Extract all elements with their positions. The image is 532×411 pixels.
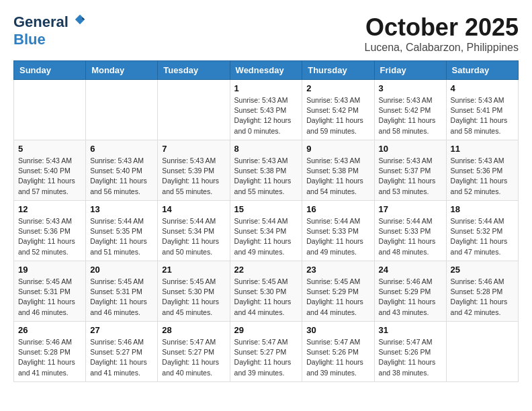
calendar-cell <box>158 80 230 140</box>
day-info: Sunrise: 5:43 AMSunset: 5:39 PMDaylight:… <box>162 156 219 195</box>
calendar-cell: 19 Sunrise: 5:45 AMSunset: 5:31 PMDaylig… <box>14 261 86 322</box>
calendar-cell: 2 Sunrise: 5:43 AMSunset: 5:42 PMDayligh… <box>302 80 374 140</box>
calendar-cell: 25 Sunrise: 5:46 AMSunset: 5:28 PMDaylig… <box>446 261 518 322</box>
calendar-cell: 24 Sunrise: 5:46 AMSunset: 5:29 PMDaylig… <box>374 261 446 322</box>
day-number: 17 <box>379 204 442 214</box>
day-info: Sunrise: 5:47 AMSunset: 5:27 PMDaylight:… <box>162 338 219 377</box>
col-tuesday: Tuesday <box>158 61 230 80</box>
calendar-cell: 20 Sunrise: 5:45 AMSunset: 5:31 PMDaylig… <box>86 261 158 322</box>
day-info: Sunrise: 5:47 AMSunset: 5:27 PMDaylight:… <box>234 338 292 377</box>
day-info: Sunrise: 5:46 AMSunset: 5:29 PMDaylight:… <box>379 277 436 316</box>
day-number: 20 <box>90 265 153 275</box>
day-number: 9 <box>306 144 369 154</box>
day-info: Sunrise: 5:45 AMSunset: 5:30 PMDaylight:… <box>162 277 219 316</box>
day-info: Sunrise: 5:44 AMSunset: 5:35 PMDaylight:… <box>90 217 147 256</box>
week-row-4: 19 Sunrise: 5:45 AMSunset: 5:31 PMDaylig… <box>14 261 519 322</box>
day-info: Sunrise: 5:47 AMSunset: 5:26 PMDaylight:… <box>306 338 363 377</box>
day-number: 13 <box>90 204 153 214</box>
day-number: 31 <box>379 325 442 335</box>
day-info: Sunrise: 5:44 AMSunset: 5:33 PMDaylight:… <box>379 217 436 256</box>
col-friday: Friday <box>374 61 446 80</box>
logo-general: General <box>13 13 86 31</box>
calendar-cell: 31 Sunrise: 5:47 AMSunset: 5:26 PMDaylig… <box>374 322 446 382</box>
day-info: Sunrise: 5:44 AMSunset: 5:33 PMDaylight:… <box>306 217 363 256</box>
calendar-cell <box>86 80 158 140</box>
calendar-cell: 28 Sunrise: 5:47 AMSunset: 5:27 PMDaylig… <box>158 322 230 382</box>
day-number: 21 <box>162 265 225 275</box>
day-info: Sunrise: 5:43 AMSunset: 5:41 PMDaylight:… <box>451 96 508 135</box>
day-info: Sunrise: 5:44 AMSunset: 5:32 PMDaylight:… <box>451 217 508 256</box>
week-row-3: 12 Sunrise: 5:43 AMSunset: 5:36 PMDaylig… <box>14 201 519 261</box>
calendar-cell: 26 Sunrise: 5:46 AMSunset: 5:28 PMDaylig… <box>14 322 86 382</box>
calendar-cell: 4 Sunrise: 5:43 AMSunset: 5:41 PMDayligh… <box>446 80 518 140</box>
day-number: 4 <box>451 83 514 93</box>
calendar-cell: 30 Sunrise: 5:47 AMSunset: 5:26 PMDaylig… <box>302 322 374 382</box>
calendar-cell: 3 Sunrise: 5:43 AMSunset: 5:42 PMDayligh… <box>374 80 446 140</box>
calendar-table: Sunday Monday Tuesday Wednesday Thursday… <box>13 60 519 382</box>
day-number: 24 <box>379 265 442 275</box>
day-number: 1 <box>234 83 298 93</box>
col-thursday: Thursday <box>302 61 374 80</box>
title-section: October 2025 Lucena, Calabarzon, Philipp… <box>365 13 519 54</box>
day-number: 12 <box>18 204 81 214</box>
calendar-cell: 7 Sunrise: 5:43 AMSunset: 5:39 PMDayligh… <box>158 140 230 201</box>
day-number: 23 <box>306 265 369 275</box>
day-number: 18 <box>451 204 514 214</box>
calendar-cell: 9 Sunrise: 5:43 AMSunset: 5:38 PMDayligh… <box>302 140 374 201</box>
page-header: General Blue October 2025 Lucena, Calaba… <box>13 13 519 54</box>
day-number: 11 <box>451 144 514 154</box>
day-number: 19 <box>18 265 81 275</box>
calendar-cell: 12 Sunrise: 5:43 AMSunset: 5:36 PMDaylig… <box>14 201 86 261</box>
day-info: Sunrise: 5:43 AMSunset: 5:42 PMDaylight:… <box>306 96 363 135</box>
calendar-cell: 8 Sunrise: 5:43 AMSunset: 5:38 PMDayligh… <box>230 140 302 201</box>
col-monday: Monday <box>86 61 158 80</box>
day-info: Sunrise: 5:44 AMSunset: 5:34 PMDaylight:… <box>162 217 219 256</box>
location-subtitle: Lucena, Calabarzon, Philippines <box>365 42 519 54</box>
day-number: 27 <box>90 325 153 335</box>
calendar-cell: 21 Sunrise: 5:45 AMSunset: 5:30 PMDaylig… <box>158 261 230 322</box>
calendar-cell: 22 Sunrise: 5:45 AMSunset: 5:30 PMDaylig… <box>230 261 302 322</box>
day-info: Sunrise: 5:47 AMSunset: 5:26 PMDaylight:… <box>379 338 436 377</box>
day-info: Sunrise: 5:43 AMSunset: 5:38 PMDaylight:… <box>306 156 363 195</box>
month-title: October 2025 <box>365 13 519 42</box>
day-info: Sunrise: 5:45 AMSunset: 5:30 PMDaylight:… <box>234 277 292 316</box>
calendar-cell: 14 Sunrise: 5:44 AMSunset: 5:34 PMDaylig… <box>158 201 230 261</box>
day-info: Sunrise: 5:43 AMSunset: 5:40 PMDaylight:… <box>18 156 75 195</box>
day-info: Sunrise: 5:43 AMSunset: 5:36 PMDaylight:… <box>451 156 508 195</box>
day-number: 5 <box>18 144 81 154</box>
day-info: Sunrise: 5:45 AMSunset: 5:31 PMDaylight:… <box>18 277 75 316</box>
day-number: 7 <box>162 144 225 154</box>
day-number: 2 <box>306 83 369 93</box>
calendar-cell: 10 Sunrise: 5:43 AMSunset: 5:37 PMDaylig… <box>374 140 446 201</box>
col-sunday: Sunday <box>14 61 86 80</box>
day-info: Sunrise: 5:46 AMSunset: 5:28 PMDaylight:… <box>18 338 75 377</box>
day-number: 30 <box>306 325 369 335</box>
day-info: Sunrise: 5:45 AMSunset: 5:31 PMDaylight:… <box>90 277 147 316</box>
day-info: Sunrise: 5:43 AMSunset: 5:43 PMDaylight:… <box>234 96 292 135</box>
day-info: Sunrise: 5:45 AMSunset: 5:29 PMDaylight:… <box>306 277 363 316</box>
calendar-cell <box>14 80 86 140</box>
day-info: Sunrise: 5:44 AMSunset: 5:34 PMDaylight:… <box>234 217 292 256</box>
calendar-cell <box>446 322 518 382</box>
day-number: 16 <box>306 204 369 214</box>
day-number: 26 <box>18 325 81 335</box>
logo: General Blue <box>13 13 86 48</box>
calendar-header-row: Sunday Monday Tuesday Wednesday Thursday… <box>14 61 519 80</box>
day-info: Sunrise: 5:43 AMSunset: 5:40 PMDaylight:… <box>90 156 147 195</box>
calendar-cell: 5 Sunrise: 5:43 AMSunset: 5:40 PMDayligh… <box>14 140 86 201</box>
logo-blue-text: Blue <box>13 31 46 48</box>
day-info: Sunrise: 5:43 AMSunset: 5:42 PMDaylight:… <box>379 96 436 135</box>
calendar-cell: 17 Sunrise: 5:44 AMSunset: 5:33 PMDaylig… <box>374 201 446 261</box>
day-number: 14 <box>162 204 225 214</box>
day-number: 10 <box>379 144 442 154</box>
calendar-cell: 27 Sunrise: 5:46 AMSunset: 5:27 PMDaylig… <box>86 322 158 382</box>
col-wednesday: Wednesday <box>230 61 302 80</box>
day-number: 28 <box>162 325 225 335</box>
col-saturday: Saturday <box>446 61 518 80</box>
day-number: 29 <box>234 325 298 335</box>
day-number: 15 <box>234 204 298 214</box>
day-number: 25 <box>451 265 514 275</box>
day-info: Sunrise: 5:46 AMSunset: 5:28 PMDaylight:… <box>451 277 508 316</box>
day-number: 22 <box>234 265 298 275</box>
day-number: 8 <box>234 144 298 154</box>
